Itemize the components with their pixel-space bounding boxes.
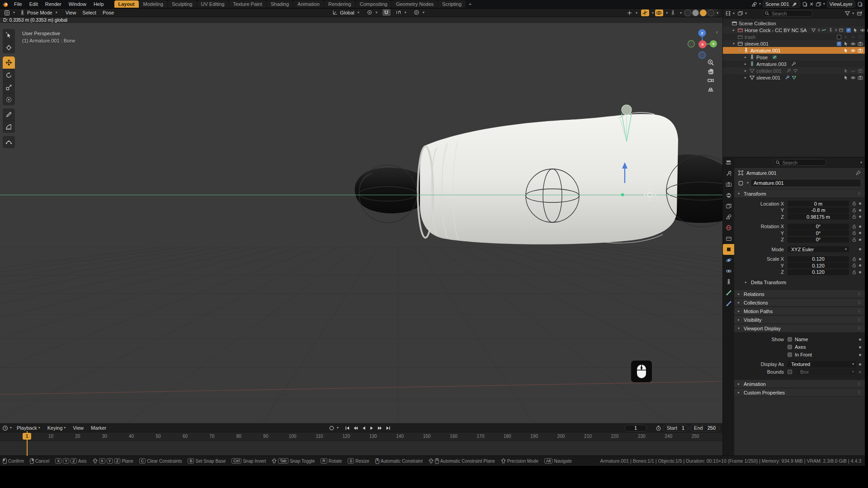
panel-grip[interactable]: ⠿ (858, 300, 861, 305)
transform-value-field[interactable]: 0.120 (788, 269, 849, 275)
transform-value-field[interactable]: 0.98175 m (788, 214, 849, 220)
jump-to-end-button[interactable] (384, 425, 392, 431)
properties-tab-world[interactable] (723, 222, 734, 233)
topbar-menu-file[interactable]: File (11, 1, 25, 7)
pin-id-icon[interactable] (855, 170, 861, 176)
editor-type-button[interactable]: ▾ (2, 9, 17, 16)
select-toggle-icon[interactable] (843, 75, 849, 80)
camera-toggle-icon[interactable] (858, 48, 863, 53)
select-toggle-icon[interactable] (853, 28, 858, 33)
panel-grip[interactable]: ⠿ (858, 318, 861, 322)
properties-search-input[interactable] (773, 159, 826, 166)
properties-tab-output[interactable] (723, 190, 734, 201)
panel-grip[interactable]: ⠿ (858, 390, 861, 395)
shading-solid-button[interactable] (692, 9, 699, 16)
panel-grip[interactable]: ⠿ (858, 326, 861, 331)
shading-material-button[interactable] (700, 9, 707, 16)
snap-settings-button[interactable]: ▾ (393, 9, 409, 16)
unlink-scene-icon[interactable]: ✕ (810, 1, 814, 7)
panel-collections[interactable]: ▸Collections⠿ (734, 298, 865, 307)
timeline-ruler[interactable]: 1 10203040506070809010011012013014015016… (0, 432, 722, 441)
animate-dot[interactable] (859, 371, 861, 373)
eye-toggle-icon[interactable] (850, 48, 856, 53)
viewport-menu-view[interactable]: View (62, 9, 80, 16)
lock-open-icon[interactable] (851, 270, 857, 275)
lock-open-icon[interactable] (851, 224, 857, 229)
pan-hand-icon[interactable] (707, 68, 714, 75)
transform-value-field[interactable]: 0° (788, 224, 849, 230)
lock-open-icon[interactable] (851, 263, 857, 268)
play-button[interactable] (368, 425, 375, 431)
panel-grip[interactable]: ⠿ (858, 382, 861, 386)
add-workspace-button[interactable]: + (466, 1, 474, 7)
tool-transform-button[interactable] (3, 93, 15, 105)
properties-tab-scene[interactable] (723, 211, 734, 222)
properties-tab-bone-constraints[interactable] (723, 298, 734, 309)
animate-dot[interactable] (859, 363, 861, 366)
workspace-tab-compositing[interactable]: Compositing (356, 0, 392, 8)
start-frame-field[interactable]: Start1 (663, 425, 689, 432)
current-frame-field[interactable]: 1 (624, 425, 647, 432)
scene-selector[interactable]: Scene.001 (763, 0, 800, 8)
lock-open-icon[interactable] (851, 230, 857, 235)
mode-selector[interactable]: Pose Mode ▾ (17, 9, 60, 16)
eye-toggle-icon[interactable] (850, 41, 856, 47)
workspace-tab-shading[interactable]: Shading (267, 0, 293, 8)
shading-wireframe-button[interactable] (684, 9, 691, 16)
proportional-editing-button[interactable]: ▾ (411, 9, 427, 16)
properties-tab-object[interactable] (723, 244, 734, 255)
topbar-menu-edit[interactable]: Edit (26, 1, 41, 7)
transform-value-field[interactable]: -0.8 m (788, 207, 849, 213)
tool-rotate-button[interactable] (3, 69, 15, 81)
animate-dot[interactable] (859, 239, 861, 241)
expander-icon[interactable]: ▸ (743, 69, 748, 73)
tool-annotate-button[interactable] (3, 108, 15, 121)
camera-toggle-icon[interactable] (858, 34, 863, 40)
panel-relations[interactable]: ▸Relations⠿ (734, 290, 865, 298)
scene-icon[interactable]: ▾ (751, 1, 761, 7)
object-name-field[interactable]: Armature.001 (750, 179, 861, 187)
topbar-menu-window[interactable]: Window (66, 1, 90, 7)
outliner-row-pose[interactable]: ▸Pose (723, 54, 865, 61)
view-layer-icon[interactable]: ▾ (816, 1, 825, 7)
eye-toggle-icon[interactable] (860, 28, 865, 33)
expander-icon[interactable]: ▸ (743, 55, 748, 59)
xray-toggle[interactable] (669, 9, 677, 16)
properties-tab-constraints[interactable] (723, 266, 734, 277)
animate-dot[interactable] (859, 354, 861, 356)
shading-dropdown[interactable]: ▾ (717, 11, 718, 15)
properties-tab-collection[interactable] (723, 233, 734, 244)
workspace-tab-uv-editing[interactable]: UV Editing (197, 0, 229, 8)
overlays-toggle[interactable] (655, 9, 663, 16)
animate-dot[interactable] (859, 225, 861, 228)
lock-open-icon[interactable] (851, 201, 857, 206)
show-gizmo-button[interactable]: ▾ (624, 9, 640, 16)
playhead[interactable]: 1 (23, 433, 31, 440)
sidebar-collapse-arrow[interactable]: ‹ (716, 29, 718, 35)
lock-open-icon[interactable] (851, 208, 857, 213)
animate-dot[interactable] (859, 271, 861, 273)
rotation-mode-select[interactable]: XYZ Euler▾ (788, 246, 849, 252)
bounds-select[interactable]: Box▾ (797, 369, 856, 375)
timeline-track-area[interactable] (0, 441, 722, 455)
eye-closed-toggle-icon[interactable] (850, 68, 856, 74)
stopwatch-icon[interactable] (656, 425, 661, 431)
workspace-tab-animation[interactable]: Animation (293, 0, 324, 8)
show-axes-checkbox[interactable] (788, 345, 792, 349)
new-view-layer-icon[interactable] (857, 1, 863, 7)
show-name-checkbox[interactable] (788, 337, 792, 342)
panel-grip[interactable]: ⠿ (858, 309, 861, 314)
overlays-dropdown[interactable]: ▾ (666, 11, 668, 15)
topbar-menu-help[interactable]: Help (90, 1, 107, 7)
transform-orientation-button[interactable]: Global ▾ (330, 9, 362, 16)
select-toggle-icon[interactable] (843, 48, 849, 53)
outliner-row-sleeve-001[interactable]: ▾sleeve.001✓ (723, 40, 865, 47)
outliner-row-collider-001[interactable]: ▸collider.001 (723, 67, 865, 74)
zoom-icon[interactable] (707, 59, 714, 66)
animate-dot[interactable] (859, 232, 861, 234)
panel-grip[interactable]: ⠿ (858, 292, 861, 296)
workspace-tab-geometry-nodes[interactable]: Geometry Nodes (392, 0, 438, 8)
snap-toggle[interactable] (382, 9, 391, 16)
select-toggle-icon[interactable] (843, 34, 849, 40)
timeline-editor-type-button[interactable]: ▾ (2, 425, 12, 431)
